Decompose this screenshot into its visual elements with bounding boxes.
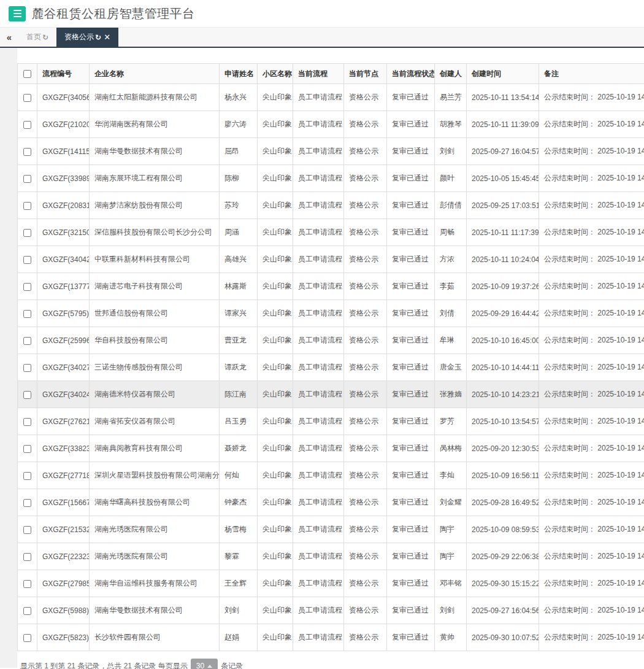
row-checkbox[interactable] bbox=[23, 445, 31, 453]
row-checkbox[interactable] bbox=[23, 283, 31, 291]
cell-company: 深圳火星语盟科技股份有限公司湖南分公司 bbox=[90, 462, 220, 489]
table-row[interactable]: GXGZF(5988) 湖南华曼数据技术有限公司 刘剑 尖山印象 员工申请流程 … bbox=[18, 597, 644, 624]
row-checkbox[interactable] bbox=[23, 94, 31, 102]
page-size-dropdown[interactable]: 30 bbox=[191, 659, 218, 669]
cell-process-id: GXGZF(15667) bbox=[37, 489, 90, 516]
table-row[interactable]: GXGZF(15667) 湖南华曙高科技股份有限公司 钟豪杰 尖山印象 员工申请… bbox=[18, 489, 644, 516]
col-process-id: 流程编号 bbox=[37, 64, 90, 84]
col-current-flow: 当前流程 bbox=[293, 64, 344, 84]
row-checkbox[interactable] bbox=[23, 310, 31, 318]
row-checkbox[interactable] bbox=[23, 256, 31, 264]
tab-qualification-publicity[interactable]: 资格公示↻✕ bbox=[56, 28, 118, 47]
cell-applicant: 刘剑 bbox=[220, 597, 258, 624]
row-checkbox[interactable] bbox=[23, 526, 31, 534]
table-row[interactable]: GXGZF(27621) 湖南省拓安仪器有限公司 吕玉勇 尖山印象 员工申请流程… bbox=[18, 408, 644, 435]
page-size-value: 30 bbox=[196, 662, 204, 669]
cell-company: 长沙软件园有限公司 bbox=[90, 624, 220, 651]
table-row[interactable]: GXGZF(27718) 深圳火星语盟科技股份有限公司湖南分公司 何灿 尖山印象… bbox=[18, 462, 644, 489]
cell-creator: 颜叶 bbox=[435, 165, 467, 192]
cell-applicant: 屈昂 bbox=[220, 138, 258, 165]
close-icon[interactable]: ✕ bbox=[104, 33, 110, 42]
table-row[interactable]: GXGZF(34027) 三诺生物传感股份有限公司 谭跃龙 尖山印象 员工申请流… bbox=[18, 354, 644, 381]
pagination-bar: 显示第 1 到第 21 条记录，总共 21 条记录 每页显示 30 条记录 bbox=[20, 659, 644, 669]
table-row[interactable]: GXGZF(22323) 湖南光琇医院有限公司 黎霖 尖山印象 员工申请流程 资… bbox=[18, 543, 644, 570]
table-row[interactable]: GXGZF(25996) 华自科技股份有限公司 曹亚龙 尖山印象 员工申请流程 … bbox=[18, 327, 644, 354]
row-checkbox[interactable] bbox=[23, 472, 31, 480]
row-checkbox[interactable] bbox=[23, 121, 31, 129]
cell-applicant: 何灿 bbox=[220, 462, 258, 489]
row-checkbox-cell bbox=[18, 354, 37, 381]
table-row[interactable]: GXGZF(21532) 湖南光琇医院有限公司 杨雪梅 尖山印象 员工申请流程 … bbox=[18, 516, 644, 543]
cell-remark: 公示结束时间： 2025-10-19 14:24:29 bbox=[539, 408, 644, 435]
select-all-checkbox[interactable] bbox=[23, 70, 31, 78]
row-checkbox[interactable] bbox=[23, 499, 31, 507]
cell-current-node: 资格公示 bbox=[344, 570, 387, 597]
table-row[interactable]: GXGZF(20831) 湖南梦洁家纺股份有限公司 苏玲 尖山印象 员工申请流程… bbox=[18, 192, 644, 219]
table-row[interactable]: GXGZF(21020) 华润湖南医药有限公司 廖六涛 尖山印象 员工申请流程 … bbox=[18, 111, 644, 138]
col-remark: 备注 bbox=[539, 64, 644, 84]
table-row[interactable]: GXGZF(34024) 湖南德米特仪器有限公司 陈江南 尖山印象 员工申请流程… bbox=[18, 381, 644, 408]
cell-remark: 公示结束时间： 2025-10-19 14:25:38 bbox=[539, 327, 644, 354]
cell-current-flow: 员工申请流程 bbox=[293, 381, 344, 408]
cell-creator: 刘剑 bbox=[435, 138, 467, 165]
tabbar: « 首页↻ 资格公示↻✕ bbox=[0, 27, 644, 48]
table-row[interactable]: GXGZF(14115) 湖南华曼数据技术有限公司 屈昂 尖山印象 员工申请流程… bbox=[18, 138, 644, 165]
cell-company: 湖南华曼数据技术有限公司 bbox=[90, 138, 220, 165]
row-checkbox[interactable] bbox=[23, 553, 31, 561]
cell-current-flow: 员工申请流程 bbox=[293, 138, 344, 165]
row-checkbox[interactable] bbox=[23, 148, 31, 156]
cell-community: 尖山印象 bbox=[258, 111, 293, 138]
cell-process-id: GXGZF(32150) bbox=[37, 219, 90, 246]
table-row[interactable]: GXGZF(32150) 深信服科技股份有限公司长沙分公司 周涵 尖山印象 员工… bbox=[18, 219, 644, 246]
row-checkbox[interactable] bbox=[23, 229, 31, 237]
row-checkbox[interactable] bbox=[23, 391, 31, 399]
cell-remark: 公示结束时间： 2025-10-19 14:22:06 bbox=[539, 624, 644, 651]
row-checkbox[interactable] bbox=[23, 580, 31, 588]
cell-creator: 李茹 bbox=[435, 273, 467, 300]
table-row[interactable]: GXGZF(5795) 世邦通信股份有限公司 谭家兴 尖山印象 员工申请流程 资… bbox=[18, 300, 644, 327]
table-row[interactable]: GXGZF(5823) 长沙软件园有限公司 赵娟 尖山印象 员工申请流程 资格公… bbox=[18, 624, 644, 651]
hamburger-menu-button[interactable] bbox=[9, 6, 26, 21]
row-checkbox[interactable] bbox=[23, 202, 31, 210]
col-creator: 创建人 bbox=[435, 64, 467, 84]
cell-company: 华自科技股份有限公司 bbox=[90, 327, 220, 354]
row-checkbox-cell bbox=[18, 84, 37, 111]
refresh-icon[interactable]: ↻ bbox=[95, 33, 101, 42]
refresh-icon[interactable]: ↻ bbox=[42, 33, 48, 42]
cell-creator: 唐金玉 bbox=[435, 354, 467, 381]
cell-current-flow: 员工申请流程 bbox=[293, 624, 344, 651]
cell-community: 尖山印象 bbox=[258, 597, 293, 624]
table-row[interactable]: GXGZF(34042) 中联重科新材料科技有限公司 高雄兴 尖山印象 员工申请… bbox=[18, 246, 644, 273]
cell-flow-status: 复审已通过 bbox=[387, 138, 435, 165]
pagination-summary: 显示第 1 到第 21 条记录，总共 21 条记录 每页显示 bbox=[20, 661, 188, 669]
table-row[interactable]: GXGZF(34056) 湖南红太阳新能源科技有限公司 杨永兴 尖山印象 员工申… bbox=[18, 84, 644, 111]
row-checkbox[interactable] bbox=[23, 634, 31, 642]
row-checkbox[interactable] bbox=[23, 364, 31, 372]
cell-community: 尖山印象 bbox=[258, 138, 293, 165]
row-checkbox-cell bbox=[18, 165, 37, 192]
table-row[interactable]: GXGZF(33989) 湖南东展环境工程有限公司 陈柳 尖山印象 员工申请流程… bbox=[18, 165, 644, 192]
tab-home[interactable]: 首页↻ bbox=[18, 28, 56, 47]
cell-created-time: 2025-09-27 16:04:57 bbox=[467, 138, 539, 165]
cell-creator: 彭倩倩 bbox=[435, 192, 467, 219]
cell-remark: 公示结束时间： 2025-10-19 14:25:56 bbox=[539, 300, 644, 327]
row-checkbox[interactable] bbox=[23, 337, 31, 345]
cell-community: 尖山印象 bbox=[258, 300, 293, 327]
row-checkbox[interactable] bbox=[23, 175, 31, 183]
cell-community: 尖山印象 bbox=[258, 408, 293, 435]
row-checkbox[interactable] bbox=[23, 418, 31, 426]
cell-flow-status: 复审已通过 bbox=[387, 300, 435, 327]
cell-current-flow: 员工申请流程 bbox=[293, 246, 344, 273]
table-row[interactable]: GXGZF(13777) 湖南进芯电子科技有限公司 林露斯 尖山印象 员工申请流… bbox=[18, 273, 644, 300]
table-row[interactable]: GXGZF(27985) 湖南华自运维科技服务有限公司 王全辉 尖山印象 员工申… bbox=[18, 570, 644, 597]
collapse-double-left-icon[interactable]: « bbox=[0, 28, 18, 47]
cell-flow-status: 复审已通过 bbox=[387, 165, 435, 192]
table-row[interactable]: GXGZF(33823) 湖南典阅教育科技有限公司 聂娇龙 尖山印象 员工申请流… bbox=[18, 435, 644, 462]
cell-process-id: GXGZF(27985) bbox=[37, 570, 90, 597]
row-checkbox-cell bbox=[18, 624, 37, 651]
row-checkbox[interactable] bbox=[23, 607, 31, 615]
cell-remark: 公示结束时间： 2025-10-19 14:28:05 bbox=[539, 192, 644, 219]
cell-flow-status: 复审已通过 bbox=[387, 111, 435, 138]
col-current-node: 当前节点 bbox=[344, 64, 387, 84]
cell-created-time: 2025-10-11 11:17:39 bbox=[467, 219, 539, 246]
